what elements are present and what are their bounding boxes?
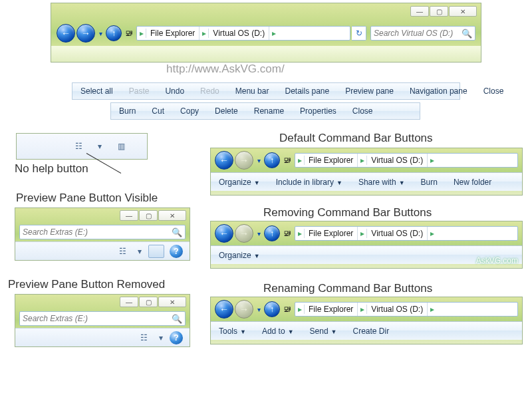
send-button[interactable]: Send▼	[302, 327, 345, 336]
maximize-button[interactable]: ▢	[139, 210, 158, 221]
views-dropdown-icon[interactable]: ▾	[158, 331, 164, 344]
maximize-button[interactable]: ▢	[430, 6, 448, 17]
close-button[interactable]: ✕	[158, 297, 186, 307]
nav-history-dropdown[interactable]: ▾	[96, 24, 104, 43]
copy-button[interactable]: Copy	[172, 106, 207, 116]
help-button[interactable]: ?	[170, 331, 183, 344]
preview-pane-button[interactable]: Preview pane	[337, 86, 402, 96]
watermark-brand: AskVG.com	[476, 256, 518, 265]
search-input[interactable]: Search Extras (E:) 🔍	[19, 311, 186, 326]
up-button[interactable]: ↑	[264, 152, 280, 168]
maximize-button[interactable]: ▢	[139, 297, 158, 307]
breadcrumb-root[interactable]: File Explorer	[146, 27, 200, 40]
up-button[interactable]: ↑	[264, 225, 280, 241]
preview-pane-button[interactable]	[148, 245, 164, 258]
create-dir-button[interactable]: Create Dir	[345, 327, 398, 336]
chevron-right-icon[interactable]: ▸	[358, 305, 367, 314]
address-bar[interactable]: ▸ File Explorer ▸ Virtual OS (D:) ▸	[295, 153, 518, 168]
command-bar-area	[51, 46, 481, 62]
search-input[interactable]: Search Virtual OS (D:) 🔍	[370, 26, 475, 41]
breadcrumb-drive[interactable]: Virtual OS (D:)	[367, 154, 428, 167]
nav-history-dropdown[interactable]: ▾	[255, 151, 263, 170]
no-help-label: No help button	[15, 162, 88, 176]
include-in-library-button[interactable]: Include in library▼	[268, 178, 350, 187]
search-input[interactable]: Search Extras (E:) 🔍	[19, 225, 186, 239]
no-help-panel: ☷ ▾ ▥	[16, 133, 148, 160]
breadcrumb-root[interactable]: File Explorer	[305, 154, 358, 167]
back-button[interactable]: ←	[215, 224, 233, 243]
tools-button[interactable]: Tools▼	[211, 327, 254, 336]
search-icon[interactable]: 🔍	[462, 29, 472, 39]
renaming-cmdbar-heading: Renaming Command Bar Buttons	[263, 282, 432, 295]
views-icon[interactable]: ☷	[70, 140, 87, 153]
minimize-button[interactable]: —	[120, 297, 138, 307]
chevron-right-icon[interactable]: ▸	[358, 229, 367, 238]
delete-button[interactable]: Delete	[207, 106, 246, 116]
address-bar[interactable]: ▸ File Explorer ▸ Virtual OS (D:) ▸	[295, 302, 518, 317]
burn-button[interactable]: Burn	[413, 178, 446, 187]
help-button[interactable]: ?	[170, 245, 183, 258]
up-button[interactable]: ↑	[106, 25, 122, 41]
breadcrumb-drive[interactable]: Virtual OS (D:)	[367, 303, 428, 316]
organize-button[interactable]: Organize▼	[211, 251, 268, 260]
navigation-pane-button[interactable]: Navigation pane	[402, 86, 475, 96]
refresh-button[interactable]: ↻	[352, 26, 366, 41]
preview-pane-icon[interactable]: ▥	[112, 140, 130, 153]
back-button[interactable]: ←	[215, 300, 233, 319]
chevron-right-icon[interactable]: ▸	[428, 305, 437, 314]
preview-visible-panel: — ▢ ✕ Search Extras (E:) 🔍 ☷ ▾ ?	[15, 207, 190, 261]
address-bar[interactable]: ▸ File Explorer ▸ Virtual OS (D:) ▸	[295, 226, 518, 241]
burn-button[interactable]: Burn	[111, 106, 144, 116]
chevron-right-icon[interactable]: ▸	[428, 229, 437, 238]
up-button[interactable]: ↑	[264, 301, 280, 317]
breadcrumb-drive[interactable]: Virtual OS (D:)	[367, 227, 428, 240]
menu-bar-button[interactable]: Menu bar	[227, 86, 277, 96]
rename-button[interactable]: Rename	[246, 106, 292, 116]
computer-icon: 🖳	[281, 229, 293, 238]
views-icon[interactable]: ☷	[114, 245, 131, 258]
chevron-right-icon[interactable]: ▸	[295, 229, 305, 238]
views-dropdown-icon[interactable]: ▾	[96, 140, 103, 153]
views-icon[interactable]: ☷	[135, 331, 152, 344]
chevron-right-icon[interactable]: ▸	[295, 156, 305, 165]
chevron-right-icon[interactable]: ▸	[358, 156, 367, 165]
properties-button[interactable]: Properties	[292, 106, 344, 116]
forward-button[interactable]: →	[76, 24, 95, 43]
undo-button[interactable]: Undo	[157, 86, 192, 96]
close-button[interactable]: Close	[344, 106, 381, 116]
nav-history-dropdown[interactable]: ▾	[255, 224, 263, 243]
breadcrumb-root[interactable]: File Explorer	[305, 303, 358, 316]
chevron-right-icon[interactable]: ▸	[200, 29, 209, 38]
search-icon[interactable]: 🔍	[172, 314, 182, 324]
organize-button[interactable]: Organize▼	[211, 178, 268, 187]
add-to-button[interactable]: Add to▼	[254, 327, 302, 336]
details-pane-button[interactable]: Details pane	[277, 86, 337, 96]
back-button[interactable]: ←	[57, 24, 75, 43]
computer-icon: 🖳	[281, 156, 293, 165]
views-dropdown-icon[interactable]: ▾	[136, 245, 143, 258]
chevron-right-icon[interactable]: ▸	[295, 305, 305, 314]
new-folder-button[interactable]: New folder	[446, 178, 499, 187]
forward-button: →	[235, 151, 253, 170]
chevron-right-icon[interactable]: ▸	[428, 156, 437, 165]
chevron-right-icon[interactable]: ▸	[269, 29, 279, 38]
preview-removed-panel: — ▢ ✕ Search Extras (E:) 🔍 ☷ ▾ ?	[15, 294, 190, 347]
close-button[interactable]: ✕	[449, 6, 477, 17]
breadcrumb-drive[interactable]: Virtual OS (D:)	[209, 27, 269, 40]
paste-button: Paste	[121, 86, 158, 96]
back-button[interactable]: ←	[215, 151, 233, 170]
cut-button[interactable]: Cut	[144, 106, 172, 116]
address-bar[interactable]: ▸ File Explorer ▸ Virtual OS (D:) ▸	[136, 26, 350, 41]
nav-history-dropdown[interactable]: ▾	[255, 300, 263, 319]
default-cmdbar-heading: Default Command Bar Buttons	[279, 132, 433, 145]
close-button[interactable]: Close	[475, 86, 512, 96]
close-button[interactable]: ✕	[158, 210, 186, 221]
chevron-right-icon[interactable]: ▸	[137, 29, 146, 38]
minimize-button[interactable]: —	[120, 210, 138, 221]
share-with-button[interactable]: Share with▼	[350, 178, 413, 187]
watermark-url: http://www.AskVG.com/	[166, 63, 285, 76]
select-all-button[interactable]: Select all	[72, 86, 121, 96]
search-icon[interactable]: 🔍	[172, 227, 182, 237]
minimize-button[interactable]: —	[410, 6, 429, 17]
breadcrumb-root[interactable]: File Explorer	[305, 227, 358, 240]
